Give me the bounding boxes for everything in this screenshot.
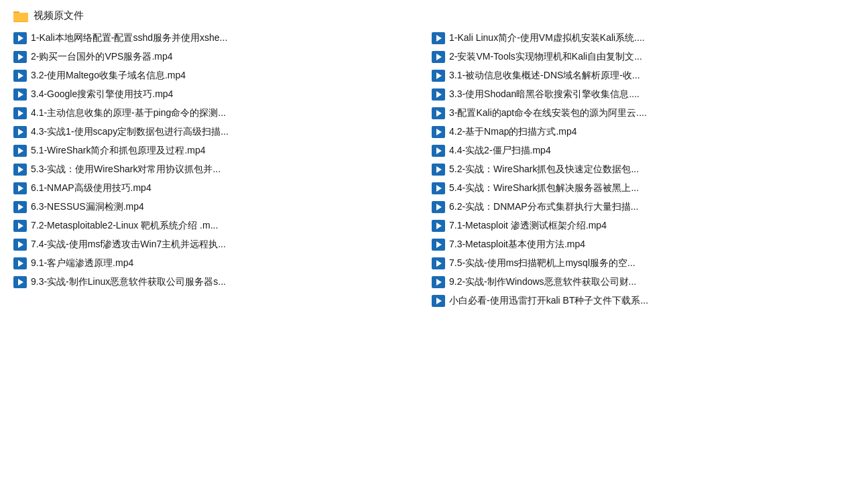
video-file-icon: [432, 164, 445, 176]
video-file-icon: [13, 51, 27, 63]
list-item[interactable]: 2-安装VM-Tools实现物理机和Kali自由复制文...: [429, 48, 847, 66]
file-name-label: 4.1-主动信息收集的原理-基于ping命令的探测...: [31, 107, 226, 119]
video-file-icon: [432, 126, 445, 138]
file-name-label: 3.2-使用Maltego收集子域名信息.mp4: [31, 70, 186, 82]
svg-marker-18: [436, 35, 442, 42]
file-name-label: 2-购买一台国外的VPS服务器.mp4: [31, 51, 173, 63]
file-name-label: 3-配置Kali的apt命令在线安装包的源为阿里云....: [449, 107, 647, 119]
file-name-label: 3.4-Google搜索引擎使用技巧.mp4: [31, 88, 173, 101]
svg-marker-28: [436, 223, 442, 229]
video-file-icon: [432, 220, 445, 232]
svg-marker-5: [18, 54, 23, 60]
svg-marker-9: [18, 129, 23, 135]
video-file-icon: [13, 239, 27, 251]
svg-marker-15: [18, 241, 23, 248]
file-name-label: 9.2-实战-制作Windows恶意软件获取公司财...: [449, 276, 636, 288]
list-item[interactable]: 3.4-Google搜索引擎使用技巧.mp4: [11, 85, 429, 104]
video-file-icon: [432, 88, 445, 101]
list-item[interactable]: 2-购买一台国外的VPS服务器.mp4: [11, 48, 429, 66]
video-file-icon: [432, 145, 445, 157]
file-name-label: 7.2-Metasploitable2-Linux 靶机系统介绍 .m...: [31, 220, 218, 232]
left-column: 1-Kali本地网络配置-配置sshd服务并使用xshe...2-购买一台国外的…: [11, 29, 429, 310]
file-name-label: 2-安装VM-Tools实现物理机和Kali自由复制文...: [449, 51, 642, 63]
list-item[interactable]: 5.2-实战：WireShark抓包及快速定位数据包...: [429, 160, 847, 179]
svg-marker-14: [18, 223, 23, 229]
file-name-label: 5.2-实战：WireShark抓包及快速定位数据包...: [449, 164, 639, 176]
svg-rect-3: [13, 13, 28, 21]
video-file-icon: [432, 295, 445, 307]
svg-marker-31: [436, 279, 442, 286]
main-container: 视频原文件 1-Kali本地网络配置-配置sshd服务并使用xshe...2-购…: [0, 0, 858, 316]
svg-marker-7: [18, 91, 23, 98]
list-item[interactable]: 5.1-WireShark简介和抓包原理及过程.mp4: [11, 141, 429, 160]
file-name-label: 5.1-WireShark简介和抓包原理及过程.mp4: [31, 145, 206, 157]
video-file-icon: [13, 88, 27, 101]
list-item[interactable]: 小白必看-使用迅雷打开kali BT种子文件下载系...: [429, 292, 847, 310]
video-file-icon: [432, 70, 445, 82]
video-file-icon: [432, 201, 445, 213]
list-item[interactable]: 5.4-实战：WireShark抓包解决服务器被黑上...: [429, 179, 847, 198]
svg-marker-23: [436, 129, 442, 135]
list-item[interactable]: 4.4-实战2-僵尸扫描.mp4: [429, 141, 847, 160]
video-file-icon: [13, 126, 27, 138]
video-file-icon: [432, 182, 445, 194]
svg-marker-21: [436, 91, 442, 98]
file-name-label: 6.2-实战：DNMAP分布式集群执行大量扫描...: [449, 201, 638, 213]
svg-marker-26: [436, 185, 442, 192]
list-item[interactable]: 9.1-客户端渗透原理.mp4: [11, 254, 429, 273]
list-item[interactable]: 4.3-实战1-使用scapy定制数据包进行高级扫描...: [11, 123, 429, 141]
list-item[interactable]: 1-Kali本地网络配置-配置sshd服务并使用xshe...: [11, 29, 429, 48]
svg-marker-16: [18, 260, 23, 267]
right-column: 1-Kali Linux简介-使用VM虚拟机安装Kali系统....2-安装VM…: [429, 29, 847, 310]
list-item[interactable]: 4.1-主动信息收集的原理-基于ping命令的探测...: [11, 104, 429, 123]
list-item[interactable]: 7.4-实战-使用msf渗透攻击Win7主机并远程执...: [11, 235, 429, 254]
file-name-label: 1-Kali Linux简介-使用VM虚拟机安装Kali系统....: [449, 32, 645, 44]
list-item[interactable]: 4.2-基于Nmap的扫描方式.mp4: [429, 123, 847, 141]
list-item[interactable]: 5.3-实战：使用WireShark对常用协议抓包并...: [11, 160, 429, 179]
video-file-icon: [432, 51, 445, 63]
file-name-label: 6.1-NMAP高级使用技巧.mp4: [31, 182, 151, 194]
video-file-icon: [13, 201, 27, 213]
list-item[interactable]: 6.2-实战：DNMAP分布式集群执行大量扫描...: [429, 198, 847, 216]
list-item[interactable]: 1-Kali Linux简介-使用VM虚拟机安装Kali系统....: [429, 29, 847, 48]
video-file-icon: [432, 239, 445, 251]
video-file-icon: [13, 107, 27, 119]
list-item[interactable]: 6.1-NMAP高级使用技巧.mp4: [11, 179, 429, 198]
list-item[interactable]: 7.1-Metasploit 渗透测试框架介绍.mp4: [429, 216, 847, 235]
svg-marker-11: [18, 166, 23, 173]
list-item[interactable]: 7.3-Metasploit基本使用方法.mp4: [429, 235, 847, 254]
svg-marker-20: [436, 72, 442, 79]
list-item[interactable]: 3.1-被动信息收集概述-DNS域名解析原理-收...: [429, 66, 847, 85]
video-file-icon: [13, 220, 27, 232]
svg-marker-30: [436, 260, 442, 267]
video-file-icon: [432, 276, 445, 288]
svg-marker-4: [18, 35, 23, 42]
list-item[interactable]: 9.3-实战-制作Linux恶意软件获取公司服务器s...: [11, 273, 429, 292]
video-file-icon: [13, 276, 27, 288]
file-name-label: 小白必看-使用迅雷打开kali BT种子文件下载系...: [449, 295, 648, 307]
svg-marker-25: [436, 166, 442, 173]
svg-marker-10: [18, 147, 23, 154]
list-item[interactable]: 3.2-使用Maltego收集子域名信息.mp4: [11, 66, 429, 85]
svg-marker-12: [18, 185, 23, 192]
file-name-label: 7.1-Metasploit 渗透测试框架介绍.mp4: [449, 220, 607, 232]
file-name-label: 1-Kali本地网络配置-配置sshd服务并使用xshe...: [31, 32, 227, 44]
svg-marker-32: [436, 298, 442, 304]
list-item[interactable]: 3.3-使用Shodan暗黑谷歌搜索引擎收集信息....: [429, 85, 847, 104]
video-file-icon: [432, 32, 445, 44]
list-item[interactable]: 7.5-实战-使用ms扫描靶机上mysql服务的空...: [429, 254, 847, 273]
file-name-label: 4.3-实战1-使用scapy定制数据包进行高级扫描...: [31, 126, 229, 138]
file-name-label: 3.1-被动信息收集概述-DNS域名解析原理-收...: [449, 70, 640, 82]
file-name-label: 4.4-实战2-僵尸扫描.mp4: [449, 145, 551, 157]
video-file-icon: [13, 70, 27, 82]
list-item[interactable]: 3-配置Kali的apt命令在线安装包的源为阿里云....: [429, 104, 847, 123]
svg-marker-27: [436, 204, 442, 210]
svg-marker-24: [436, 147, 442, 154]
video-file-icon: [432, 107, 445, 119]
file-name-label: 5.4-实战：WireShark抓包解决服务器被黑上...: [449, 182, 639, 194]
svg-marker-6: [18, 72, 23, 79]
list-item[interactable]: 9.2-实战-制作Windows恶意软件获取公司财...: [429, 273, 847, 292]
list-item[interactable]: 7.2-Metasploitable2-Linux 靶机系统介绍 .m...: [11, 216, 429, 235]
video-file-icon: [13, 164, 27, 176]
list-item[interactable]: 6.3-NESSUS漏洞检测.mp4: [11, 198, 429, 216]
